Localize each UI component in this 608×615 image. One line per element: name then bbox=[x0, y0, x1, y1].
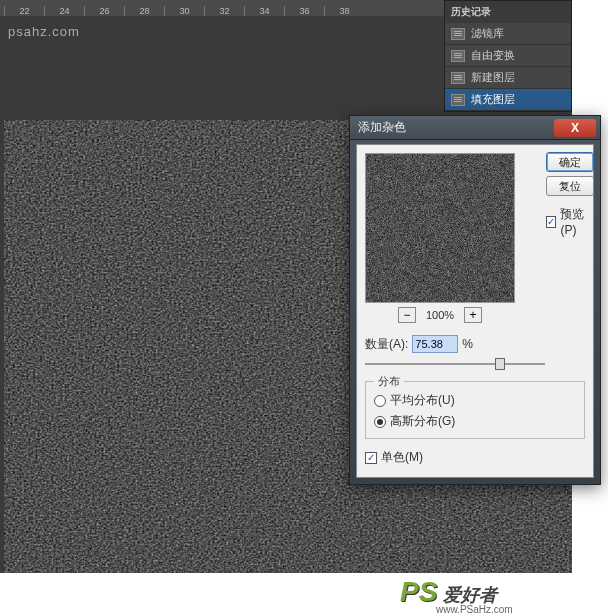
amount-row: 数量(A): % bbox=[365, 335, 585, 353]
ruler-mark: 38 bbox=[324, 6, 364, 16]
ruler-mark: 22 bbox=[4, 6, 44, 16]
dialog-titlebar[interactable]: 添加杂色 X bbox=[350, 116, 600, 140]
dialog-add-noise: 添加杂色 X − 100% + 数量(A): % 分布 bbox=[349, 115, 601, 485]
history-item-label: 滤镜库 bbox=[471, 26, 504, 41]
radio-gaussian-label: 高斯分布(G) bbox=[390, 413, 455, 430]
checkbox-monochrome-label: 单色(M) bbox=[381, 449, 423, 466]
ruler-mark: 26 bbox=[84, 6, 124, 16]
history-item[interactable]: 自由变换 bbox=[445, 45, 571, 67]
footer-watermark-url: www.PSaHz.com bbox=[436, 604, 513, 615]
history-step-icon bbox=[451, 28, 465, 40]
history-item[interactable]: 新建图层 bbox=[445, 67, 571, 89]
slider-track bbox=[365, 363, 545, 365]
history-item-label: 新建图层 bbox=[471, 70, 515, 85]
checkbox-monochrome[interactable]: ✓ 单色(M) bbox=[365, 449, 585, 466]
dialog-title: 添加杂色 bbox=[350, 119, 406, 136]
history-step-icon bbox=[451, 94, 465, 106]
zoom-level: 100% bbox=[426, 309, 454, 321]
radio-uniform[interactable]: 平均分布(U) bbox=[374, 392, 576, 409]
ruler-mark: 28 bbox=[124, 6, 164, 16]
amount-label: 数量(A): bbox=[365, 336, 408, 353]
history-item-label: 自由变换 bbox=[471, 48, 515, 63]
history-item[interactable]: 填充图层 bbox=[445, 89, 571, 111]
distribution-fieldset: 分布 平均分布(U) 高斯分布(G) bbox=[365, 381, 585, 439]
ruler-mark: 34 bbox=[244, 6, 284, 16]
close-icon: X bbox=[571, 121, 579, 135]
ok-button[interactable]: 确定 bbox=[546, 152, 594, 172]
radio-icon bbox=[374, 395, 386, 407]
dialog-button-column: 确定 复位 ✓ 预览(P) bbox=[540, 146, 600, 243]
close-button[interactable]: X bbox=[554, 119, 596, 137]
distribution-legend: 分布 bbox=[374, 374, 404, 389]
ruler-mark: 30 bbox=[164, 6, 204, 16]
preview-thumbnail[interactable] bbox=[365, 153, 515, 303]
svg-rect-3 bbox=[366, 154, 514, 302]
checkbox-icon: ✓ bbox=[365, 452, 377, 464]
ruler-mark: 32 bbox=[204, 6, 244, 16]
history-item[interactable]: 滤镜库 bbox=[445, 23, 571, 45]
amount-input[interactable] bbox=[412, 335, 458, 353]
history-step-icon bbox=[451, 50, 465, 62]
amount-slider[interactable] bbox=[365, 357, 545, 371]
checkbox-preview[interactable]: ✓ 预览(P) bbox=[546, 206, 594, 237]
history-item-label: 填充图层 bbox=[471, 92, 515, 107]
checkbox-preview-label: 预览(P) bbox=[560, 206, 594, 237]
radio-icon bbox=[374, 416, 386, 428]
footer-watermark-big: PS bbox=[400, 576, 437, 608]
amount-unit: % bbox=[462, 337, 473, 351]
history-step-icon bbox=[451, 72, 465, 84]
cancel-button[interactable]: 复位 bbox=[546, 176, 594, 196]
zoom-out-button[interactable]: − bbox=[398, 307, 416, 323]
corner-watermark: psahz.com bbox=[8, 24, 80, 39]
ruler-mark: 36 bbox=[284, 6, 324, 16]
checkbox-icon: ✓ bbox=[546, 216, 556, 228]
footer-watermark: PS 爱好者 www.PSaHz.com bbox=[400, 576, 497, 608]
panel-history-title: 历史记录 bbox=[445, 1, 571, 23]
ruler-mark: 24 bbox=[44, 6, 84, 16]
radio-gaussian[interactable]: 高斯分布(G) bbox=[374, 413, 576, 430]
plus-icon: + bbox=[470, 308, 477, 322]
zoom-in-button[interactable]: + bbox=[464, 307, 482, 323]
zoom-controls: − 100% + bbox=[365, 307, 515, 323]
minus-icon: − bbox=[403, 308, 410, 322]
radio-uniform-label: 平均分布(U) bbox=[390, 392, 455, 409]
slider-thumb[interactable] bbox=[495, 358, 505, 370]
panel-history: 历史记录 滤镜库自由变换新建图层填充图层 bbox=[444, 0, 572, 112]
